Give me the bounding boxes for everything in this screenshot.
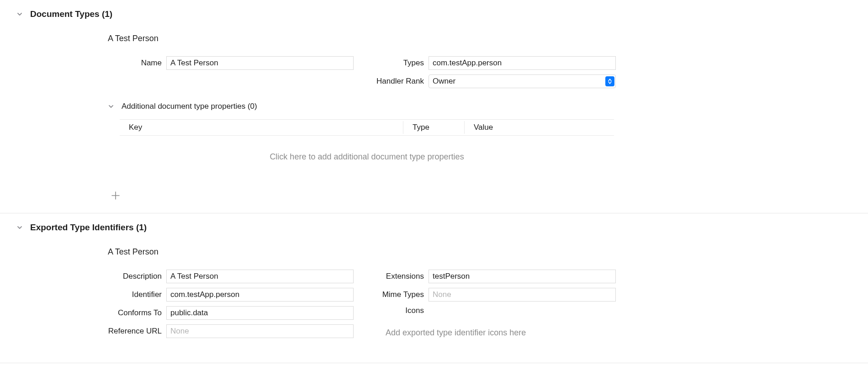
exported-right-col: Extensions Mime Types Icons Add exported… xyxy=(370,270,616,343)
chevron-down-icon xyxy=(16,224,23,231)
chevron-down-icon xyxy=(16,11,23,17)
handler-rank-label: Handler Rank xyxy=(370,77,429,86)
description-label: Description xyxy=(108,272,166,281)
identifier-label: Identifier xyxy=(108,290,166,299)
extensions-row: Extensions xyxy=(370,270,616,283)
col-value[interactable]: Value xyxy=(464,121,614,134)
exported-type-item: A Test Person Description Identifier Con… xyxy=(0,247,868,343)
description-row: Description xyxy=(108,270,354,283)
additional-props-header-row[interactable]: Additional document type properties (0) xyxy=(108,102,868,111)
mime-types-input[interactable] xyxy=(429,288,616,302)
conforms-to-row: Conforms To xyxy=(108,306,354,320)
exported-left-col: Description Identifier Conforms To Refer… xyxy=(108,270,354,343)
identifier-row: Identifier xyxy=(108,288,354,302)
description-input[interactable] xyxy=(166,270,354,283)
exported-type-fields: Description Identifier Conforms To Refer… xyxy=(108,270,868,343)
handler-rank-select-wrap xyxy=(429,74,616,88)
name-label: Name xyxy=(108,58,166,68)
icons-hint[interactable]: Add exported type identifier icons here xyxy=(370,328,616,338)
document-type-item: A Test Person Name Types Handler Rank xyxy=(0,34,868,202)
document-type-fields: Name Types Handler Rank xyxy=(108,56,868,93)
icons-label: Icons xyxy=(370,306,429,315)
types-label: Types xyxy=(370,58,429,68)
mime-types-row: Mime Types xyxy=(370,288,616,302)
handler-rank-row: Handler Rank xyxy=(370,74,616,88)
conforms-to-label: Conforms To xyxy=(108,308,166,318)
reference-url-input[interactable] xyxy=(166,324,354,338)
document-types-header-row[interactable]: Document Types (1) xyxy=(0,9,868,19)
extensions-input[interactable] xyxy=(429,270,616,283)
reference-url-row: Reference URL xyxy=(108,324,354,338)
conforms-to-input[interactable] xyxy=(166,306,354,320)
identifier-input[interactable] xyxy=(166,288,354,302)
icons-row: Icons xyxy=(370,306,616,315)
add-document-type-button[interactable] xyxy=(109,189,122,202)
exported-type-item-title: A Test Person xyxy=(108,247,868,257)
document-type-item-title: A Test Person xyxy=(108,34,868,43)
types-input[interactable] xyxy=(429,56,616,70)
name-row: Name xyxy=(108,56,354,70)
name-input[interactable] xyxy=(166,56,354,70)
additional-props-empty-hint[interactable]: Click here to add additional document ty… xyxy=(120,136,614,166)
col-type[interactable]: Type xyxy=(403,121,464,134)
chevron-down-icon xyxy=(108,103,114,110)
exported-types-section: Exported Type Identifiers (1) A Test Per… xyxy=(0,213,868,363)
extensions-label: Extensions xyxy=(370,272,429,281)
reference-url-label: Reference URL xyxy=(108,327,166,336)
doc-type-left-col: Name xyxy=(108,56,354,93)
mime-types-label: Mime Types xyxy=(370,290,429,299)
types-row: Types xyxy=(370,56,616,70)
handler-rank-select[interactable] xyxy=(429,74,616,88)
col-key[interactable]: Key xyxy=(120,123,403,132)
exported-types-title: Exported Type Identifiers (1) xyxy=(30,222,147,233)
additional-props-table-header: Key Type Value xyxy=(120,120,614,135)
additional-props-table: Key Type Value xyxy=(120,119,614,136)
doc-type-right-col: Types Handler Rank xyxy=(370,56,616,93)
additional-props-title: Additional document type properties (0) xyxy=(122,102,257,111)
exported-types-header-row[interactable]: Exported Type Identifiers (1) xyxy=(0,222,868,233)
document-types-title: Document Types (1) xyxy=(30,9,112,19)
document-types-section: Document Types (1) A Test Person Name Ty… xyxy=(0,0,868,213)
